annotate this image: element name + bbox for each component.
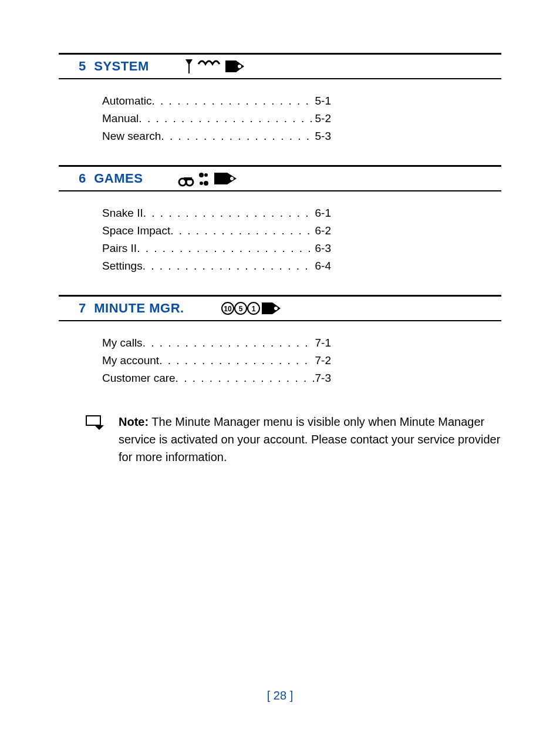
section-header-games: 6 GAMES [59, 167, 501, 190]
svg-rect-4 [184, 177, 192, 180]
svg-rect-0 [188, 64, 190, 73]
svg-text:1: 1 [251, 305, 255, 313]
toc-entry: My account 7-2 [102, 352, 331, 369]
leader-dots [139, 110, 313, 127]
svg-point-1 [238, 65, 241, 68]
note-label: Note: [119, 415, 149, 428]
section-number: 7 [79, 301, 86, 316]
note-icon [86, 415, 104, 466]
note-body: Note: The Minute Manager menu is visible… [119, 413, 501, 466]
page-number: [ 28 ] [0, 689, 560, 702]
toc-label: New search [102, 127, 161, 145]
toc-entry: New search 5-3 [102, 127, 331, 145]
toc-games: Snake II 6-1 Space Impact 6-2 Pairs II 6… [102, 204, 331, 275]
toc-minute-mgr: My calls 7-1 My account 7-2 Customer car… [102, 334, 331, 387]
svg-point-9 [230, 177, 234, 180]
section-header-minute-mgr: 7 MINUTE MGR. 10 5 1 [59, 297, 501, 320]
leader-dots [137, 240, 313, 257]
leader-dots [143, 204, 314, 222]
manual-page: 5 SYSTEM Automatic 5-1 Manual [0, 0, 560, 733]
section-title: SYSTEM [94, 59, 149, 74]
toc-entry: Automatic 5-1 [102, 92, 331, 110]
toc-page: 5-2 [314, 110, 331, 127]
svg-rect-17 [86, 416, 100, 425]
toc-entry: Space Impact 6-2 [102, 222, 331, 240]
leader-dots [159, 352, 313, 369]
toc-entry: Pairs II 6-3 [102, 240, 331, 257]
svg-point-6 [204, 181, 208, 186]
toc-page: 7-3 [314, 369, 331, 387]
toc-page: 5-3 [314, 127, 331, 145]
toc-page: 6-2 [314, 222, 331, 240]
toc-label: Space Impact [102, 222, 170, 240]
toc-entry: Customer care 7-3 [102, 369, 331, 387]
toc-label: Settings [102, 257, 143, 275]
toc-system: Automatic 5-1 Manual 5-2 New search 5-3 [102, 92, 331, 145]
section-title: MINUTE MGR. [94, 301, 184, 316]
svg-point-16 [274, 307, 278, 310]
toc-entry: Manual 5-2 [102, 110, 331, 127]
section-rule [59, 190, 501, 191]
note-text: The Minute Manager menu is visible only … [119, 415, 500, 463]
system-icon [184, 57, 248, 76]
leader-dots [170, 222, 313, 240]
toc-label: Snake II [102, 204, 143, 222]
toc-page: 7-1 [314, 334, 331, 352]
toc-page: 5-1 [314, 92, 331, 110]
section-rule [59, 78, 501, 79]
toc-label: Pairs II [102, 240, 137, 257]
section-header-system: 5 SYSTEM [59, 55, 501, 78]
toc-entry: My calls 7-1 [102, 334, 331, 352]
svg-text:5: 5 [238, 305, 242, 313]
toc-label: My account [102, 352, 159, 369]
leader-dots [161, 127, 313, 145]
svg-text:10: 10 [224, 305, 232, 313]
note-block: Note: The Minute Manager menu is visible… [86, 413, 501, 466]
svg-point-7 [200, 181, 203, 185]
svg-point-5 [199, 173, 204, 177]
section-rule [59, 320, 501, 321]
toc-label: Customer care [102, 369, 176, 387]
games-icon [178, 169, 244, 188]
toc-label: My calls [102, 334, 143, 352]
section-title: GAMES [94, 171, 143, 186]
toc-page: 6-3 [314, 240, 331, 257]
toc-entry: Snake II 6-1 [102, 204, 331, 222]
toc-label: Manual [102, 110, 139, 127]
toc-page: 6-4 [314, 257, 331, 275]
leader-dots [143, 334, 314, 352]
toc-label: Automatic [102, 92, 151, 110]
svg-point-8 [204, 173, 208, 177]
leader-dots [151, 92, 313, 110]
toc-page: 6-1 [314, 204, 331, 222]
toc-page: 7-2 [314, 352, 331, 369]
section-number: 6 [79, 171, 86, 186]
leader-dots [176, 369, 314, 387]
minute-mgr-icon: 10 5 1 [220, 299, 285, 318]
leader-dots [143, 257, 314, 275]
section-number: 5 [79, 59, 86, 74]
toc-entry: Settings 6-4 [102, 257, 331, 275]
